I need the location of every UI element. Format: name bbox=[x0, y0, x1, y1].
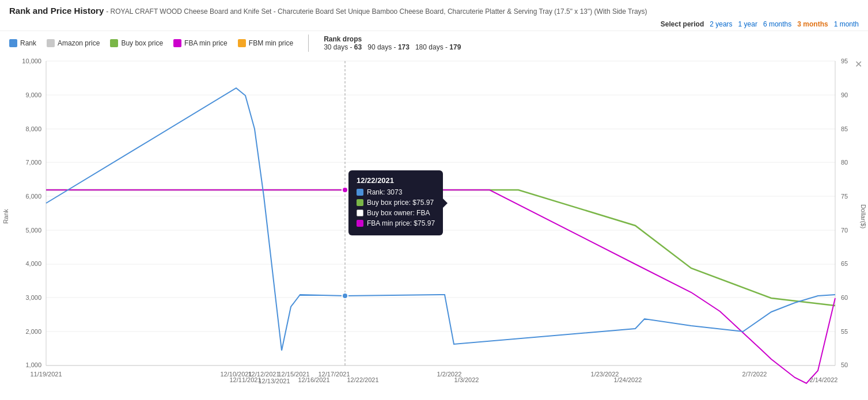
y-label-8000: 8,000 bbox=[25, 125, 41, 132]
x-label-214: 2/14/2022 bbox=[810, 376, 838, 383]
y-label-5000: 5,000 bbox=[25, 227, 41, 234]
legend-fbm-min-price-label: FBM min price bbox=[249, 39, 293, 47]
page-subtitle: - ROYAL CRAFT WOOD Cheese Board and Knif… bbox=[106, 7, 647, 16]
period-1year[interactable]: 1 year bbox=[738, 20, 757, 28]
tooltip-rank-dot bbox=[342, 293, 348, 299]
y-label-70: 70 bbox=[841, 227, 848, 234]
period-6months[interactable]: 6 months bbox=[763, 20, 791, 28]
legend-rank: Rank bbox=[9, 39, 36, 47]
y-label-55: 55 bbox=[841, 328, 848, 335]
legend-fbm-min-price-color bbox=[238, 39, 246, 47]
legend-fba-min-price-label: FBA min price bbox=[184, 39, 228, 47]
y-label-80: 80 bbox=[841, 159, 848, 166]
rank-line bbox=[46, 88, 835, 351]
legend-divider bbox=[308, 35, 309, 52]
period-2years[interactable]: 2 years bbox=[710, 20, 732, 28]
svg-rect-0 bbox=[46, 61, 835, 366]
legend-fbm-min-price: FBM min price bbox=[238, 39, 293, 47]
y-label-10000: 10,000 bbox=[22, 58, 41, 64]
rank-drops: Rank drops 30 days - 63 90 days - 173 18… bbox=[324, 35, 461, 51]
y-label-90: 90 bbox=[841, 92, 848, 98]
fba-min-price-line bbox=[46, 190, 835, 383]
buy-box-price-line bbox=[46, 190, 835, 306]
tooltip-fba-dot bbox=[342, 187, 348, 193]
x-label-1217: 12/17/2021 bbox=[318, 371, 350, 378]
legend-rank-label: Rank bbox=[20, 39, 36, 47]
x-label-1213: 12/13/2021 bbox=[258, 378, 290, 384]
period-selector-label: Select period bbox=[661, 20, 704, 28]
rank-drops-30: 30 days - 63 90 days - 173 180 days - 17… bbox=[324, 43, 461, 51]
rank-drops-title: Rank drops bbox=[324, 35, 362, 43]
legend-rank-color bbox=[9, 39, 17, 47]
chart-area: 10,000 9,000 8,000 7,000 6,000 5,000 4,0… bbox=[0, 55, 868, 395]
y-label-7000: 7,000 bbox=[25, 159, 41, 166]
x-label-103: 1/3/2022 bbox=[454, 376, 479, 383]
legend-amazon-price-color bbox=[47, 39, 55, 47]
y-label-4000: 4,000 bbox=[25, 260, 41, 267]
page-title: Rank and Price History bbox=[9, 6, 104, 16]
chart-svg: 10,000 9,000 8,000 7,000 6,000 5,000 4,0… bbox=[0, 55, 868, 395]
y-label-9000: 9,000 bbox=[25, 92, 41, 98]
y-label-65: 65 bbox=[841, 260, 848, 267]
x-label-1222: 12/22/2021 bbox=[347, 376, 378, 383]
y-label-2000: 2,000 bbox=[25, 328, 41, 335]
legend-fba-min-price-color bbox=[173, 39, 181, 47]
y-label-50: 50 bbox=[841, 361, 848, 368]
period-1month[interactable]: 1 month bbox=[834, 20, 859, 28]
x-label-27: 2/7/2022 bbox=[742, 371, 767, 378]
y-axis-rank-label: Rank bbox=[2, 209, 9, 224]
y-label-95: 95 bbox=[841, 58, 848, 64]
y-axis-dollar-label: Dollar($) bbox=[860, 204, 867, 228]
x-label-1212: 12/12/2021 bbox=[248, 371, 279, 378]
x-label-124: 1/24/2022 bbox=[614, 376, 642, 383]
close-button[interactable]: ✕ bbox=[855, 59, 862, 70]
x-label-1119: 11/19/2021 bbox=[30, 371, 62, 378]
y-label-1000: 1,000 bbox=[25, 361, 41, 368]
y-label-6000: 6,000 bbox=[25, 193, 41, 200]
y-label-85: 85 bbox=[841, 125, 848, 132]
legend-buy-box-price-color bbox=[110, 39, 118, 47]
y-label-3000: 3,000 bbox=[25, 294, 41, 301]
legend-amazon-price: Amazon price bbox=[47, 39, 100, 47]
legend-fba-min-price: FBA min price bbox=[173, 39, 228, 47]
period-3months[interactable]: 3 months bbox=[797, 20, 828, 28]
legend-buy-box-price: Buy box price bbox=[110, 39, 163, 47]
y-label-60: 60 bbox=[841, 294, 848, 301]
y-label-75: 75 bbox=[841, 193, 848, 200]
legend-buy-box-price-label: Buy box price bbox=[121, 39, 163, 47]
legend-amazon-price-label: Amazon price bbox=[58, 39, 100, 47]
